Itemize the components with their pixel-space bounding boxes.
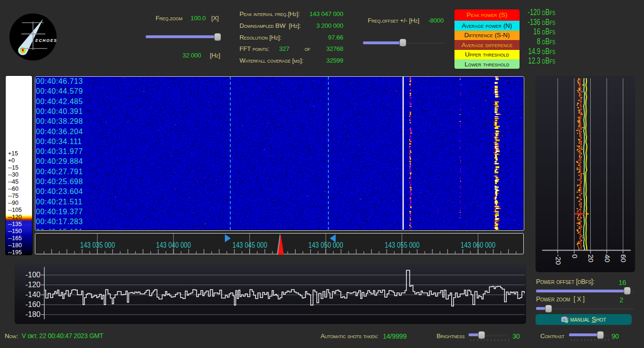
svg-text:ECHOES: ECHOES [35,38,58,43]
